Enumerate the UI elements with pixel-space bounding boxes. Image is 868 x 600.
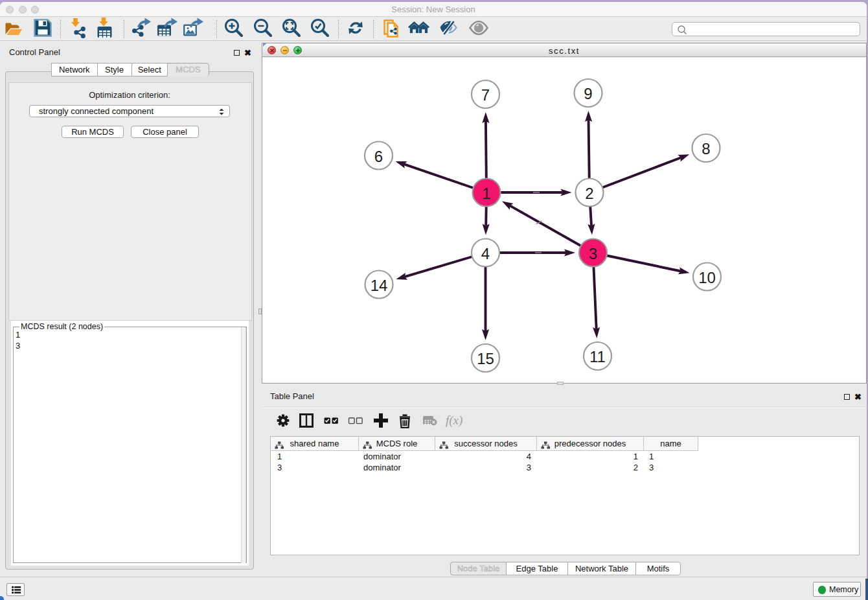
svg-text:3: 3: [589, 245, 597, 262]
svg-text:10: 10: [698, 269, 716, 286]
svg-text:1: 1: [482, 185, 490, 202]
svg-text:2: 2: [585, 185, 593, 202]
svg-text:15: 15: [477, 350, 494, 367]
svg-text:7: 7: [481, 86, 490, 104]
svg-text:9: 9: [584, 85, 592, 102]
svg-text:6: 6: [374, 148, 383, 165]
svg-text:4: 4: [481, 245, 490, 262]
svg-text:14: 14: [371, 277, 388, 294]
svg-text:11: 11: [589, 348, 606, 365]
svg-text:8: 8: [702, 140, 710, 157]
